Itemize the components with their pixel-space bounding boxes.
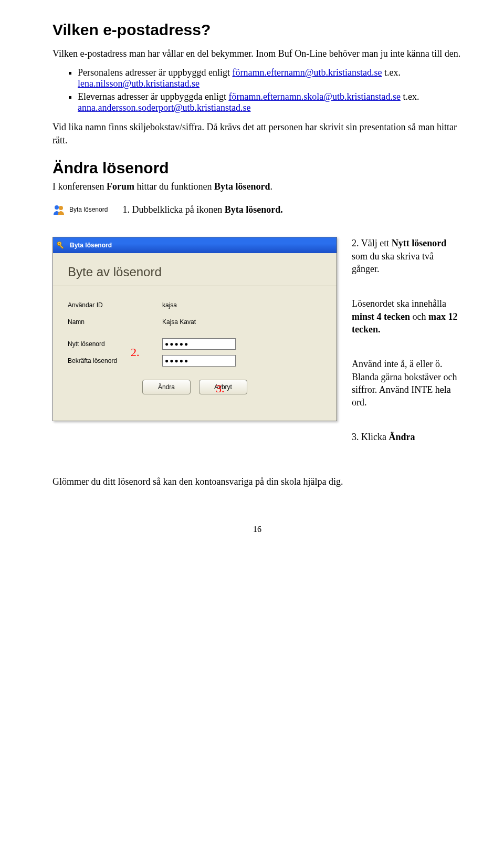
divider: [53, 286, 337, 286]
text-bold: minst 4 tecken: [352, 311, 410, 322]
confirm-password-input[interactable]: ●●●●●: [162, 355, 236, 367]
change-password-dialog: Byta lösenord Byte av lösenord Användar …: [52, 237, 337, 421]
svg-rect-4: [59, 245, 63, 248]
annotation-3: 3.: [216, 382, 225, 395]
section-heading: Ändra lösenord: [52, 159, 462, 177]
svg-point-1: [59, 206, 63, 210]
password-rules-chars: Använd inte å, ä eller ö. Blanda gärna b…: [352, 358, 462, 409]
text-bold: Byta lösenord: [214, 181, 270, 192]
dialog-title: Byta lösenord: [70, 242, 112, 249]
instruction-step-1: 1. Dubbelklicka på ikonen Byta lösenord.: [122, 203, 462, 216]
shortcut-label: Byta lösenord: [69, 206, 108, 213]
dialog-heading: Byte av lösenord: [68, 265, 322, 279]
final-paragraph: Glömmer du ditt lösenord så kan den kont…: [52, 475, 462, 488]
text: 2. Välj ett: [352, 238, 392, 248]
value-user-id: kajsa: [162, 301, 177, 309]
text: t.ex.: [382, 67, 401, 78]
email-link[interactable]: lena.nilsson@utb.kristianstad.se: [78, 78, 200, 89]
row-name: Namn Kajsa Kavat: [68, 314, 322, 330]
key-icon: [56, 241, 66, 250]
email-link[interactable]: förnamn.efternamn@utb.kristianstad.se: [232, 67, 382, 78]
text: och: [410, 311, 428, 322]
text: t.ex.: [401, 91, 419, 102]
text: I konferensen: [52, 181, 107, 192]
email-link[interactable]: anna.andersson.soderport@utb.kristiansta…: [78, 102, 251, 113]
text-bold: Byta lösenord.: [225, 204, 283, 215]
label-name: Namn: [68, 318, 162, 326]
new-password-input[interactable]: ●●●●●: [162, 338, 236, 350]
instruction-step-2: 2. Välj ett Nytt lösenord som du ska skr…: [352, 237, 462, 275]
dialog-titlebar: Byta lösenord: [53, 237, 337, 253]
text: 3. Klicka: [352, 432, 388, 442]
text: Lösenordet ska innehålla: [352, 298, 446, 309]
row-confirm-password: Bekräfta lösenord ●●●●●: [68, 352, 322, 369]
text: Personalens adresser är uppbyggd enligt: [78, 67, 232, 78]
password-rules-length: Lösenordet ska innehålla minst 4 tecken …: [352, 297, 462, 336]
row-user-id: Användar ID kajsa: [68, 297, 322, 314]
text-bold: Nytt lösenord: [392, 238, 447, 248]
label-user-id: Användar ID: [68, 301, 162, 309]
intro-text: Vilken e-postadress man har vållar en de…: [52, 47, 462, 60]
text: som du ska skriva två gånger.: [352, 251, 434, 274]
label-new-password: Nytt lösenord: [68, 340, 162, 348]
text-bold: Ändra: [388, 432, 415, 442]
value-name: Kajsa Kavat: [162, 318, 196, 326]
text: .: [270, 181, 272, 192]
page-number: 16: [52, 525, 462, 534]
text: 1. Dubbelklicka på ikonen: [122, 204, 224, 215]
list-item: Elevernas adresser är uppbyggda enligt f…: [78, 91, 462, 113]
svg-point-0: [55, 205, 59, 210]
text: Elevernas adresser är uppbyggda enligt: [78, 91, 228, 102]
row-new-password: Nytt lösenord ●●●●●: [68, 336, 322, 352]
text-bold: Forum: [107, 181, 134, 192]
people-icon: [52, 203, 65, 216]
byta-losenord-shortcut[interactable]: Byta lösenord: [52, 203, 108, 216]
paragraph: Vid lika namn finns skiljebokstav/siffra…: [52, 121, 462, 147]
paragraph: I konferensen Forum hittar du funktionen…: [52, 180, 462, 193]
label-confirm-password: Bekräfta lösenord: [68, 357, 162, 364]
change-button[interactable]: Ändra: [142, 380, 191, 394]
email-link[interactable]: förnamn.efternamn.skola@utb.kristianstad…: [228, 91, 401, 102]
address-list: Personalens adresser är uppbyggd enligt …: [52, 67, 462, 113]
text: hittar du funktionen: [134, 181, 214, 192]
list-item: Personalens adresser är uppbyggd enligt …: [78, 67, 462, 89]
instruction-step-3: 3. Klicka Ändra: [352, 431, 462, 443]
svg-point-3: [59, 243, 60, 245]
annotation-2: 2.: [131, 346, 140, 359]
page-title: Vilken e-postadress?: [52, 21, 462, 39]
